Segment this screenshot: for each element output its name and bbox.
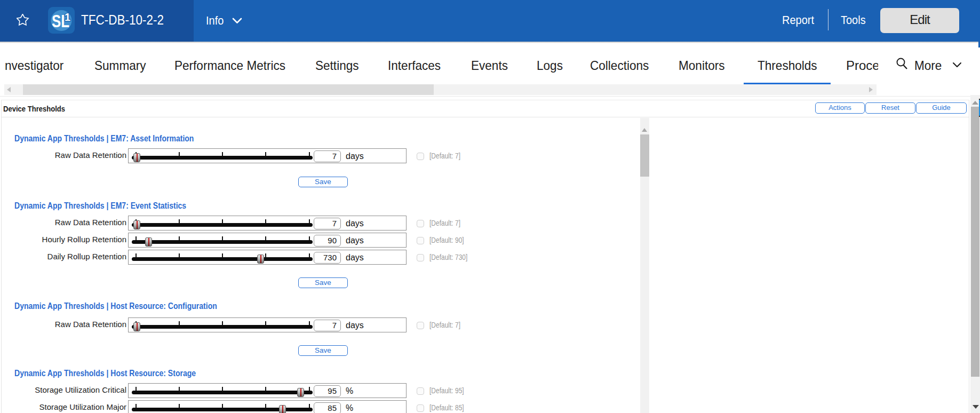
svg-text:1: 1 (65, 11, 70, 23)
